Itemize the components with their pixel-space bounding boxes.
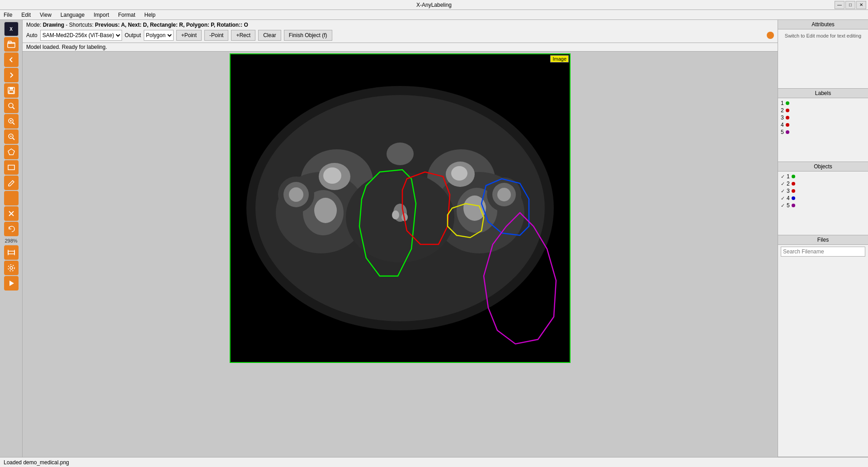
top-toolbar: Mode: Drawing - Shortcuts: Previous: A, … [23,20,778,43]
svg-point-49 [497,188,511,201]
label-item-4[interactable]: 4 [781,122,865,128]
object-id-4: 4 [787,195,790,201]
plus-point-button[interactable]: +Point [176,30,202,41]
files-title: Files [778,235,868,245]
image-label: Image [550,55,569,62]
close-button[interactable]: ✕ [856,1,866,9]
app-title: X-AnyLabeling [416,2,452,8]
menu-bar: File Edit View Language Import Format He… [0,10,868,20]
labels-content: 1 2 3 4 5 [778,98,868,162]
menu-help[interactable]: Help [142,11,157,19]
open-folder-button[interactable] [4,37,19,52]
search-filename-input[interactable] [781,247,865,257]
polygon-tool[interactable] [4,145,19,159]
label-item-3[interactable]: 3 [781,114,865,121]
auto-label: Auto [26,32,38,38]
check-4: ✓ [781,195,785,201]
right-panel: Attributes Switch to Edit mode for text … [778,20,868,457]
svg-rect-3 [9,87,13,90]
svg-rect-1 [8,41,11,43]
label-item-1[interactable]: 1 [781,100,865,106]
undo-tool[interactable] [4,222,19,236]
svg-point-42 [392,210,399,219]
shortcuts-label: Shortcuts: [69,22,94,28]
output-label: Output [125,32,141,38]
zoom-out-button[interactable] [4,129,19,144]
object-item-3[interactable]: ✓ 3 [781,188,865,194]
object-color-1 [792,175,795,178]
svg-marker-14 [8,149,14,155]
window-controls[interactable]: — □ ✕ [835,1,866,9]
svg-point-46 [289,187,303,202]
maximize-button[interactable]: □ [845,1,855,9]
labels-title: Labels [778,89,868,98]
delete-tool[interactable] [4,206,19,221]
shortcuts-text: Previous: A, Next: D, Rectangle: R, Poly… [95,22,248,28]
prev-button[interactable] [4,52,19,67]
menu-edit[interactable]: Edit [19,11,33,19]
label-item-5[interactable]: 5 [781,129,865,135]
object-item-2[interactable]: ✓ 2 [781,181,865,187]
object-color-5 [792,204,795,207]
svg-line-12 [13,138,14,140]
svg-line-6 [13,107,14,109]
object-item-4[interactable]: ✓ 4 [781,195,865,201]
label-id-3: 3 [781,114,784,121]
check-1: ✓ [781,174,785,180]
object-color-4 [792,196,795,200]
svg-rect-15 [8,165,14,170]
attributes-title: Attributes [778,20,868,29]
main-layout: X [0,20,868,457]
object-color-3 [792,189,795,193]
mri-canvas[interactable] [231,54,570,362]
minus-point-button[interactable]: -Point [204,30,228,41]
attributes-content: Switch to Edit mode for text editing [778,29,868,88]
svg-point-36 [451,166,467,181]
zoom-in-button[interactable] [4,114,19,129]
label-id-4: 4 [781,122,784,128]
finish-object-button[interactable]: Finish Object (f) [284,30,332,41]
label-id-1: 1 [781,100,784,106]
canvas-area[interactable]: Image [23,52,778,457]
bottom-status: Loaded demo_medical.png [0,457,868,467]
menu-view[interactable]: View [38,11,53,19]
menu-language[interactable]: Language [59,11,86,19]
label-color-3 [786,116,789,119]
object-item-5[interactable]: ✓ 5 [781,202,865,209]
rect-tool[interactable] [4,160,19,175]
menu-format[interactable]: Format [116,11,137,19]
menu-import[interactable]: Import [92,11,111,19]
zoom-level: 298% [5,238,17,243]
edit-tool[interactable] [4,176,19,190]
plus-rect-button[interactable]: +Rect [231,30,255,41]
files-section: Files [778,235,868,457]
label-color-4 [786,123,789,127]
label-id-2: 2 [781,107,784,114]
play-button[interactable] [4,276,19,291]
point-tool[interactable] [4,191,19,205]
next-button[interactable] [4,68,19,82]
output-select[interactable]: Polygon [144,30,174,41]
status-text: Model loaded. Ready for labeling. [26,44,107,50]
controls-line: Auto SAM-Med2D-256x (ViT-Base) Output Po… [26,30,774,41]
model-select[interactable]: SAM-Med2D-256x (ViT-Base) [40,30,122,41]
label-item-2[interactable]: 2 [781,107,865,114]
image-container: Image [230,53,571,363]
objects-title: Objects [778,162,868,172]
svg-marker-23 [9,281,14,286]
label-color-5 [786,130,789,134]
fit-width-button[interactable] [4,245,19,260]
labels-section: Labels 1 2 3 4 5 [778,89,868,162]
zoom-fit-button[interactable] [4,99,19,113]
object-item-1[interactable]: ✓ 1 [781,173,865,180]
svg-line-8 [13,123,14,124]
settings-button[interactable] [4,261,19,275]
menu-file[interactable]: File [2,11,14,19]
minimize-button[interactable]: — [835,1,844,9]
mode-value: Drawing [43,22,64,28]
left-toolbar: X [0,20,23,457]
save-button[interactable] [4,83,19,98]
svg-rect-4 [9,91,14,93]
object-color-2 [792,182,795,186]
clear-button[interactable]: Clear [258,30,281,41]
